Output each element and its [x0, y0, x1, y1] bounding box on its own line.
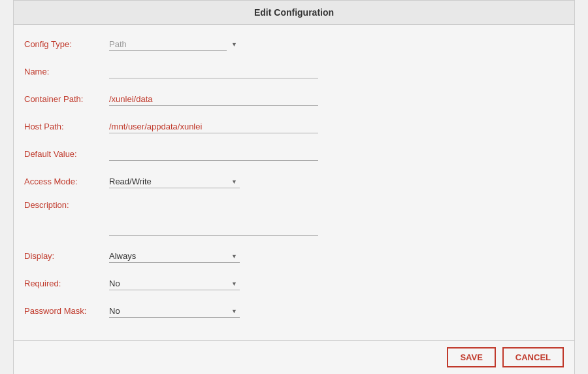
access-mode-control: Read/Write Read Only: [109, 175, 318, 188]
config-type-control: Path Variable Label: [109, 38, 318, 51]
password-mask-select[interactable]: No Yes: [109, 305, 240, 318]
host-path-label: Host Path:: [24, 122, 109, 131]
description-control: [109, 200, 318, 238]
config-type-label: Config Type:: [24, 39, 109, 49]
display-label: Display:: [24, 251, 109, 261]
name-input[interactable]: [109, 65, 318, 78]
display-select-wrapper: Always Never Advanced: [109, 250, 240, 263]
host-path-row: Host Path:: [24, 118, 548, 136]
save-button[interactable]: SAVE: [447, 347, 495, 367]
name-label: Name:: [24, 67, 109, 76]
default-value-label: Default Value:: [24, 149, 109, 159]
default-value-control: [109, 148, 318, 161]
display-row: Display: Always Never Advanced: [24, 247, 548, 265]
dialog-title: Edit Configuration: [14, 1, 574, 25]
access-mode-row: Access Mode: Read/Write Read Only: [24, 173, 548, 191]
config-type-select-wrapper: Path Variable Label: [109, 38, 240, 51]
password-mask-row: Password Mask: No Yes: [24, 302, 548, 320]
display-control: Always Never Advanced: [109, 250, 318, 263]
description-textarea[interactable]: [109, 200, 318, 236]
display-select[interactable]: Always Never Advanced: [109, 250, 240, 263]
required-select-wrapper: No Yes: [109, 277, 240, 290]
access-mode-select-wrapper: Read/Write Read Only: [109, 175, 240, 188]
default-value-input[interactable]: [109, 148, 318, 161]
access-mode-select[interactable]: Read/Write Read Only: [109, 175, 240, 188]
required-select[interactable]: No Yes: [109, 277, 240, 290]
dialog-body: Config Type: Path Variable Label Name: C…: [14, 25, 574, 340]
dialog-footer: SAVE CANCEL: [14, 340, 574, 374]
container-path-input[interactable]: [109, 93, 318, 106]
required-row: Required: No Yes: [24, 275, 548, 293]
config-type-select[interactable]: Path Variable Label: [109, 38, 227, 51]
host-path-control: [109, 120, 318, 133]
password-mask-select-wrapper: No Yes: [109, 305, 240, 318]
config-type-row: Config Type: Path Variable Label: [24, 35, 548, 54]
password-mask-control: No Yes: [109, 305, 318, 318]
default-value-row: Default Value:: [24, 145, 548, 163]
container-path-row: Container Path:: [24, 90, 548, 109]
description-label: Description:: [24, 200, 109, 210]
password-mask-label: Password Mask:: [24, 306, 109, 316]
container-path-label: Container Path:: [24, 94, 109, 104]
edit-configuration-dialog: Edit Configuration Config Type: Path Var…: [13, 0, 575, 374]
name-control: [109, 65, 318, 78]
access-mode-label: Access Mode:: [24, 177, 109, 186]
name-row: Name:: [24, 63, 548, 81]
cancel-button[interactable]: CANCEL: [502, 347, 564, 367]
required-label: Required:: [24, 279, 109, 288]
container-path-control: [109, 93, 318, 106]
host-path-input[interactable]: [109, 120, 318, 133]
required-control: No Yes: [109, 277, 318, 290]
description-row: Description:: [24, 200, 548, 238]
